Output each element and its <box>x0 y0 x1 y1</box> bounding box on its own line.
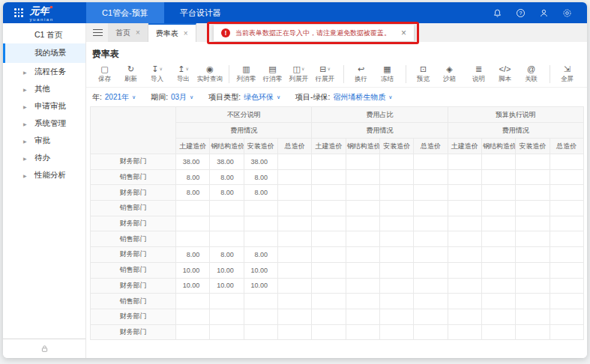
alert-close-icon[interactable]: × <box>401 28 406 37</box>
table-cell[interactable] <box>244 216 277 231</box>
table-cell[interactable] <box>346 201 379 216</box>
table-cell[interactable] <box>176 324 210 340</box>
table-cell[interactable] <box>481 201 515 216</box>
table-cell[interactable] <box>414 201 448 216</box>
table-cell[interactable] <box>346 262 379 278</box>
table-cell[interactable] <box>516 247 550 263</box>
table-cell[interactable] <box>481 169 515 185</box>
table-cell[interactable] <box>312 154 346 170</box>
table-cell[interactable] <box>550 185 583 201</box>
filter-年[interactable]: 年:2021年∨ <box>92 92 136 103</box>
table-cell[interactable] <box>516 324 550 340</box>
table-cell[interactable] <box>379 278 413 294</box>
table-cell[interactable] <box>379 247 413 263</box>
table-cell[interactable] <box>176 231 210 247</box>
table-cell[interactable] <box>481 324 515 340</box>
table-cell[interactable] <box>346 309 379 324</box>
table-cell[interactable] <box>346 154 379 170</box>
toolbar-button-preview[interactable]: ⊡预览 <box>411 64 436 84</box>
table-cell[interactable] <box>312 309 346 324</box>
table-cell[interactable] <box>277 154 311 170</box>
toolbar-button-note[interactable]: ≣说明 <box>466 64 491 84</box>
table-cell[interactable] <box>448 169 481 185</box>
filter-期间[interactable]: 期间:03月∨ <box>151 92 193 103</box>
sidebar-item[interactable]: ▶申请审批 <box>3 97 85 115</box>
table-cell[interactable] <box>414 309 448 324</box>
table-cell[interactable] <box>210 324 244 340</box>
table-cell[interactable] <box>516 201 550 216</box>
table-cell[interactable] <box>414 154 448 170</box>
table-cell[interactable] <box>312 169 346 185</box>
table-cell[interactable] <box>516 309 550 324</box>
table-cell[interactable] <box>448 216 481 231</box>
table-cell[interactable] <box>516 231 550 247</box>
table-cell[interactable]: 10.00 <box>176 278 210 294</box>
table-cell[interactable] <box>516 216 550 231</box>
sidebar-item[interactable]: ▶系统管理 <box>3 115 85 132</box>
table-cell[interactable] <box>550 262 583 278</box>
table-cell[interactable] <box>481 216 515 231</box>
filter-value[interactable]: 03月 <box>171 92 187 103</box>
filter-项目类型[interactable]: 项目类型:绿色环保∨ <box>208 92 280 103</box>
table-cell[interactable] <box>379 231 413 247</box>
table-cell[interactable] <box>414 278 448 294</box>
table-cell[interactable] <box>414 169 448 185</box>
table-cell[interactable] <box>210 294 244 309</box>
table-cell[interactable] <box>414 247 448 263</box>
table-cell[interactable]: 8.00 <box>244 169 277 185</box>
table-cell[interactable] <box>244 324 277 340</box>
table-cell[interactable] <box>346 185 379 201</box>
table-cell[interactable] <box>379 216 413 231</box>
table-cell[interactable] <box>550 201 583 216</box>
user-icon[interactable] <box>538 7 549 18</box>
table-cell[interactable] <box>277 169 311 185</box>
filter-项目-绿保[interactable]: 项目-绿保:宿州埇桥生物质∨ <box>295 92 392 103</box>
table-cell[interactable] <box>448 294 481 309</box>
table-cell[interactable] <box>481 262 515 278</box>
table-cell[interactable] <box>176 216 210 231</box>
table-cell[interactable] <box>346 216 379 231</box>
table-cell[interactable] <box>550 324 583 340</box>
table-cell[interactable] <box>176 294 210 309</box>
table-cell[interactable] <box>277 324 311 340</box>
table-cell[interactable] <box>379 324 413 340</box>
table-cell[interactable] <box>277 216 311 231</box>
table-cell[interactable] <box>448 247 481 263</box>
table-cell[interactable] <box>414 231 448 247</box>
table-cell[interactable] <box>414 294 448 309</box>
table-cell[interactable]: 10.00 <box>210 278 244 294</box>
toolbar-button-col-clear-zero[interactable]: ▥列消零 <box>234 64 259 84</box>
table-cell[interactable] <box>550 169 583 185</box>
table-cell[interactable] <box>481 309 515 324</box>
table-cell[interactable] <box>312 278 346 294</box>
table-cell[interactable] <box>312 201 346 216</box>
table-cell[interactable] <box>448 262 481 278</box>
table-cell[interactable] <box>414 216 448 231</box>
table-cell[interactable] <box>516 154 550 170</box>
table-cell[interactable]: 8.00 <box>210 169 244 185</box>
table-cell[interactable] <box>312 294 346 309</box>
table-cell[interactable]: 8.00 <box>176 247 210 263</box>
toolbar-button-realtime-query[interactable]: ◉实时查询 <box>197 64 223 84</box>
table-cell[interactable] <box>346 169 379 185</box>
table-cell[interactable] <box>516 169 550 185</box>
topbar-tab[interactable]: C1管会-预算 <box>86 2 164 23</box>
table-cell[interactable] <box>448 185 481 201</box>
table-cell[interactable] <box>346 278 379 294</box>
table-cell[interactable]: 8.00 <box>210 185 244 201</box>
table-cell[interactable] <box>277 185 311 201</box>
table-cell[interactable] <box>481 247 515 263</box>
table-cell[interactable]: 10.00 <box>244 262 277 278</box>
table-cell[interactable] <box>312 231 346 247</box>
table-cell[interactable] <box>277 294 311 309</box>
toolbar-button-fullscreen[interactable]: ⇲全屏 <box>555 64 580 84</box>
toolbar-button-freeze[interactable]: ▦冻结 <box>375 64 400 84</box>
toolbar-button-sandbox[interactable]: ◈沙箱 <box>437 64 462 84</box>
filter-value[interactable]: 2021年 <box>105 92 129 103</box>
table-cell[interactable] <box>346 247 379 263</box>
table-cell[interactable] <box>448 154 481 170</box>
filter-value[interactable]: 宿州埇桥生物质 <box>333 92 385 103</box>
doc-tab[interactable]: 首页× <box>108 23 148 42</box>
table-cell[interactable] <box>277 309 311 324</box>
toolbar-button-wrap[interactable]: ↩换行 <box>349 64 373 84</box>
